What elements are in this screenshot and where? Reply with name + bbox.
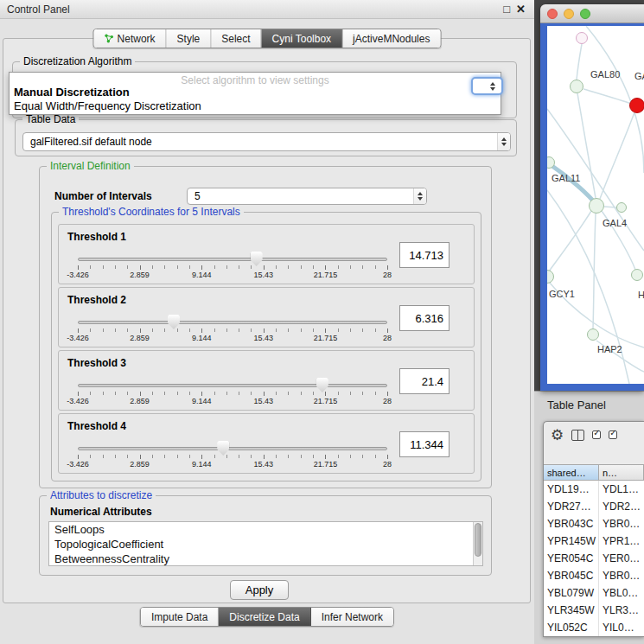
network-canvas[interactable]: GAL80GAGAL11GAL4GCY1HHAP2 <box>547 26 644 384</box>
slider-track[interactable] <box>78 447 387 450</box>
top-tab-bar: NetworkStyleSelectCyni ToolboxjActiveMNo… <box>93 29 442 48</box>
slider-track[interactable] <box>78 321 387 324</box>
combobox-stepper-icon <box>486 79 499 93</box>
bottom-tab-bar: Impute DataDiscretize DataInfer Network <box>140 607 394 627</box>
table-cell: YDL19… <box>544 481 599 498</box>
threshold-value-field[interactable]: 21.4 <box>399 368 450 394</box>
column-header-name[interactable]: n… <box>599 464 644 481</box>
network-node[interactable] <box>587 328 599 341</box>
network-node[interactable] <box>589 198 604 214</box>
list-scrollbar-thumb[interactable] <box>475 523 481 557</box>
table-panel-window: ⚙ shared… n… YDL19…YDL1…YDR27…YDR2…YBR04… <box>543 421 644 637</box>
algorithm-option-manual-discretization[interactable]: Manual Discretization <box>14 86 130 99</box>
network-node[interactable] <box>629 98 644 113</box>
table-body: YDL19…YDL1…YDR27…YDR2…YBR043CYBR0…YPR145… <box>544 481 644 636</box>
cyni-toolbox-panel: Discretization Algorithm Select algorith… <box>3 38 531 603</box>
table-row[interactable]: YBL079WYBL0… <box>544 584 644 602</box>
table-cell: YER0… <box>599 550 644 567</box>
slider-thumb[interactable] <box>251 252 263 266</box>
numerical-attributes-list[interactable]: SelfLoopsTopologicalCoefficientBetweenne… <box>48 521 483 566</box>
threshold-value-field[interactable]: 11.344 <box>399 431 450 457</box>
combobox-stepper-icon <box>497 133 510 150</box>
threshold-slider[interactable]: -3.4262.8599.14415.4321.71528 <box>78 440 387 471</box>
window-title: Control Panel <box>7 3 70 16</box>
network-window-titlebar[interactable] <box>540 4 644 23</box>
attribute-list-item[interactable]: TopologicalCoefficient <box>49 537 482 552</box>
threshold-slider[interactable]: -3.4262.8599.14415.4321.71528 <box>78 314 387 345</box>
table-data-combobox[interactable]: galFiltered.sif default node <box>22 132 511 151</box>
table-data-group-title: Table Data <box>22 113 79 125</box>
threshold-value-field[interactable]: 14.713 <box>399 242 450 268</box>
interval-definition-group: Interval Definition Number of Intervals … <box>39 166 492 488</box>
slider-thumb[interactable] <box>316 378 328 392</box>
slider-tick-labels: -3.4262.8599.14415.4321.71528 <box>78 271 387 279</box>
control-panel-titlebar[interactable]: Control Panel □ ✕ <box>0 0 534 19</box>
attributes-to-discretize-group: Attributes to discretize Numerical Attri… <box>39 495 492 576</box>
threshold-slider[interactable]: -3.4262.8599.14415.4321.71528 <box>78 377 387 408</box>
threshold-label: Threshold 3 <box>67 357 126 369</box>
table-cell: YBR0… <box>599 567 644 584</box>
algorithm-option-equal-width-frequency[interactable]: Equal Width/Frequency Discretization <box>14 99 201 112</box>
tab-impute-data[interactable]: Impute Data <box>141 608 219 626</box>
threshold-box: Threshold 2-3.4262.8599.14415.4321.71528… <box>58 287 475 348</box>
tab-network-label: Network <box>118 33 156 45</box>
table-toolbar: ⚙ <box>544 422 644 448</box>
table-header-row: shared… n… <box>544 464 644 481</box>
number-of-intervals-combobox[interactable]: 5 <box>187 188 427 205</box>
table-row[interactable]: YPR145WYPR1… <box>544 532 644 550</box>
network-node[interactable] <box>570 80 583 93</box>
tab-style[interactable]: Style <box>167 29 212 48</box>
table-row[interactable]: YDR27…YDR2… <box>544 498 644 515</box>
list-scrollbar[interactable] <box>473 522 482 565</box>
control-panel-window: Control Panel □ ✕ Discretization Algorit… <box>0 0 534 644</box>
table-row[interactable]: YLR345WYLR3… <box>544 602 644 619</box>
attribute-list-item[interactable]: BetweennessCentrality <box>49 552 482 566</box>
tab-infer-network[interactable]: Infer Network <box>311 608 393 626</box>
threshold-value-field[interactable]: 6.316 <box>399 305 450 331</box>
apply-button[interactable]: Apply <box>230 580 289 600</box>
table-data-combobox-value: galFiltered.sif default node <box>23 136 497 148</box>
table-row[interactable]: YDL19…YDL1… <box>544 481 644 498</box>
slider-ticks <box>78 328 387 333</box>
minimize-traffic-light-icon[interactable] <box>564 9 574 19</box>
table-row[interactable]: YBR043CYBR0… <box>544 515 644 532</box>
slider-track[interactable] <box>78 384 387 387</box>
tab-cyni-toolbox[interactable]: Cyni Toolbox <box>262 29 342 48</box>
network-node-label: HAP2 <box>597 344 622 354</box>
float-window-icon[interactable]: □ <box>503 3 510 16</box>
threshold-slider[interactable]: -3.4262.8599.14415.4321.71528 <box>78 251 387 282</box>
tab-select-label: Select <box>221 33 250 45</box>
select-columns-checkbox-icon[interactable] <box>609 430 617 439</box>
slider-track[interactable] <box>78 258 387 261</box>
gear-icon[interactable]: ⚙ <box>551 428 564 443</box>
tab-select[interactable]: Select <box>211 29 261 48</box>
zoom-traffic-light-icon[interactable] <box>580 9 590 19</box>
network-node-label: GA <box>634 71 644 81</box>
close-window-icon[interactable]: ✕ <box>516 3 526 16</box>
attribute-list-item[interactable]: SelfLoops <box>49 522 482 537</box>
threshold-label: Threshold 1 <box>67 231 126 243</box>
table-cell: YBR043C <box>544 515 599 532</box>
tab-discretize-data[interactable]: Discretize Data <box>219 608 310 626</box>
thresholds-group-title: Threshold's Coordinates for 5 Intervals <box>59 206 244 218</box>
slider-thumb[interactable] <box>168 315 180 329</box>
close-traffic-light-icon[interactable] <box>547 9 558 19</box>
table-row[interactable]: YIL052CYIL0… <box>544 619 644 636</box>
tab-jactivemnodules[interactable]: jActiveMNodules <box>342 29 440 48</box>
columns-icon[interactable] <box>571 430 584 441</box>
network-node-label: GAL4 <box>603 218 627 228</box>
tab-network[interactable]: Network <box>94 29 167 48</box>
algorithm-combobox[interactable] <box>471 77 503 95</box>
tab-jactivemnodules-label: jActiveMNodules <box>353 33 430 45</box>
select-all-checkbox-icon[interactable] <box>592 430 601 439</box>
table-row[interactable]: YBR045CYBR0… <box>544 567 644 584</box>
slider-thumb[interactable] <box>217 441 229 456</box>
table-cell: YPR145W <box>544 532 599 550</box>
attributes-group-title: Attributes to discretize <box>47 489 156 501</box>
column-header-shared-name[interactable]: shared… <box>544 464 599 481</box>
threshold-label: Threshold 2 <box>67 294 126 306</box>
table-row[interactable]: YER054CYER0… <box>544 550 644 567</box>
network-node[interactable] <box>631 269 643 281</box>
network-node[interactable] <box>576 32 588 44</box>
network-node[interactable] <box>616 202 627 213</box>
